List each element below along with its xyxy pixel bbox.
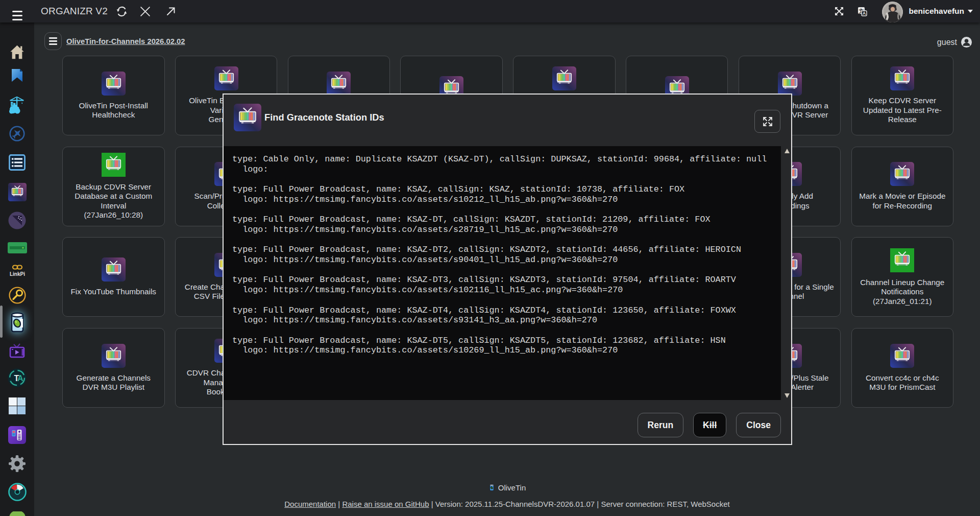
svg-text:A: A [863, 11, 866, 16]
svg-text:LinkPi: LinkPi [9, 271, 24, 277]
svg-text:A: A [17, 374, 23, 383]
